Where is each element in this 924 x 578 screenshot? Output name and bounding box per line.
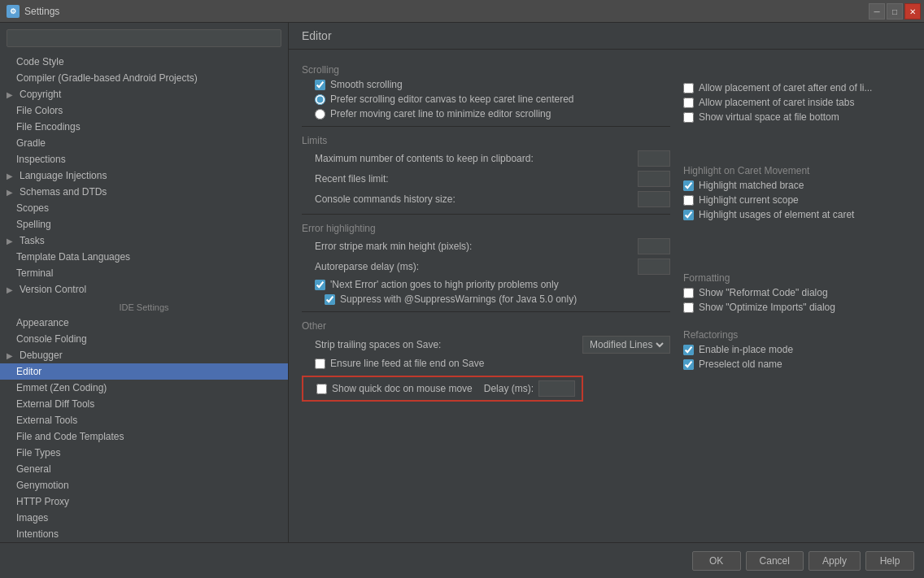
next-error-checkbox[interactable] (315, 280, 325, 290)
sidebar-item-file-types[interactable]: File Types (0, 445, 288, 461)
highlight-scope-label: Highlight current scope (699, 194, 799, 206)
maximize-button[interactable]: □ (887, 3, 903, 20)
ide-settings-header: IDE Settings (0, 298, 288, 315)
sidebar-item-copyright[interactable]: ▶ Copyright (0, 86, 288, 102)
sidebar-item-label: Compiler (Gradle-based Android Projects) (16, 72, 198, 84)
sidebar-item-label: Tasks (20, 235, 45, 246)
highlight-brace-row: Highlight matched brace (683, 180, 911, 191)
prefer-moving-radio[interactable] (315, 109, 325, 120)
quick-doc-checkbox[interactable] (316, 384, 327, 394)
apply-button[interactable]: Apply (808, 551, 861, 571)
sidebar-item-scopes[interactable]: Scopes (0, 200, 288, 216)
ensure-line-feed-checkbox[interactable] (315, 359, 325, 369)
autoreparse-label: Autoreparse delay (ms): (315, 261, 631, 272)
enable-inplace-checkbox[interactable] (683, 345, 694, 355)
sidebar-item-gradle[interactable]: Gradle (0, 135, 288, 151)
sidebar-item-terminal[interactable]: Terminal (0, 265, 288, 281)
sidebar-item-code-style[interactable]: Code Style (0, 54, 288, 70)
close-button[interactable]: ✕ (904, 3, 921, 20)
highlight-brace-checkbox[interactable] (683, 180, 694, 191)
show-reformat-row: Show "Reformat Code" dialog (683, 287, 911, 298)
prefer-moving-label: Prefer moving caret line to minimize edi… (330, 108, 551, 120)
content-area: Editor Scrolling Smooth scrolling Prefer… (289, 23, 924, 542)
sidebar-item-version-control[interactable]: ▶ Version Control (0, 281, 288, 298)
sidebar-item-file-colors[interactable]: File Colors (0, 102, 288, 119)
show-optimize-checkbox[interactable] (683, 302, 694, 313)
sidebar-item-genymotion[interactable]: Genymotion (0, 477, 288, 493)
preselect-old-label: Preselect old name (699, 359, 782, 370)
bottom-bar: OK Cancel Apply Help (0, 542, 924, 578)
sidebar-item-label: Schemas and DTDs (20, 186, 107, 198)
show-reformat-label: Show "Reformat Code" dialog (699, 287, 828, 298)
highlight-usages-label: Highlight usages of element at caret (699, 209, 854, 220)
sidebar-item-tasks[interactable]: ▶ Tasks (0, 233, 288, 249)
ensure-line-feed-row: Ensure line feed at file end on Save (302, 358, 670, 369)
highlight-usages-checkbox[interactable] (683, 210, 694, 220)
sidebar-item-general[interactable]: General (0, 461, 288, 477)
sidebar-item-label: File Colors (16, 105, 63, 116)
prefer-scrolling-radio[interactable] (315, 94, 325, 105)
suppress-warnings-label: Suppress with @SuppressWarnings (for Jav… (340, 293, 577, 305)
sidebar-item-compiler[interactable]: Compiler (Gradle-based Android Projects) (0, 70, 288, 86)
autoreparse-input[interactable]: 300 (638, 259, 670, 275)
arrow-icon: ▶ (7, 237, 16, 246)
next-error-label: 'Next Error' action goes to high priorit… (330, 279, 559, 290)
sidebar-item-spelling[interactable]: Spelling (0, 216, 288, 233)
error-section-title: Error highlighting (302, 223, 670, 234)
content-header: Editor (289, 23, 924, 50)
sidebar-item-intentions[interactable]: Intentions (0, 526, 288, 542)
console-history-row: Console commands history size: 300 (302, 191, 670, 207)
error-stripe-row: Error stripe mark min height (pixels): 3 (302, 238, 670, 254)
console-history-input[interactable]: 300 (638, 191, 670, 207)
divider-2 (302, 214, 670, 215)
smooth-scrolling-checkbox[interactable] (315, 80, 325, 90)
allow-placement-tabs-label: Allow placement of caret inside tabs (699, 97, 854, 108)
recent-files-input[interactable]: 50 (638, 171, 670, 187)
sidebar-item-label: Language Injections (20, 170, 107, 181)
search-input[interactable] (7, 29, 281, 47)
cancel-button[interactable]: Cancel (746, 551, 804, 571)
error-stripe-input[interactable]: 3 (638, 238, 670, 254)
smooth-scrolling-row: Smooth scrolling (302, 79, 670, 90)
sidebar-item-label: External Tools (16, 415, 77, 426)
sidebar-item-language-injections[interactable]: ▶ Language Injections (0, 167, 288, 184)
sidebar-item-http-proxy[interactable]: HTTP Proxy (0, 493, 288, 510)
sidebar-item-label: Intentions (16, 528, 59, 540)
sidebar-item-label: Gradle (16, 137, 46, 149)
sidebar-item-images[interactable]: Images (0, 510, 288, 526)
allow-placement-end-checkbox[interactable] (683, 83, 694, 93)
sidebar-item-appearance[interactable]: Appearance (0, 315, 288, 331)
content-title: Editor (302, 29, 332, 42)
show-virtual-space-checkbox[interactable] (683, 112, 694, 123)
strip-trailing-select[interactable]: Modified Lines All None (586, 338, 666, 351)
delay-input[interactable]: 500 (538, 380, 575, 397)
sidebar-item-editor[interactable]: Editor (0, 363, 288, 380)
title-bar: ⚙ Settings ─ □ ✕ (0, 0, 924, 23)
minimize-button[interactable]: ─ (869, 3, 885, 20)
app-icon: ⚙ (7, 5, 20, 18)
allow-placement-tabs-checkbox[interactable] (683, 98, 694, 108)
ok-button[interactable]: OK (692, 551, 741, 571)
suppress-warnings-row: Suppress with @SuppressWarnings (for Jav… (302, 293, 670, 305)
sidebar-item-schemas[interactable]: ▶ Schemas and DTDs (0, 184, 288, 200)
suppress-warnings-checkbox[interactable] (325, 294, 335, 305)
max-contents-label: Maximum number of contents to keep in cl… (315, 153, 631, 164)
sidebar-item-emmet[interactable]: Emmet (Zen Coding) (0, 380, 288, 396)
arrow-icon: ▶ (7, 90, 16, 99)
help-button[interactable]: Help (865, 551, 914, 571)
arrow-icon: ▶ (7, 188, 16, 197)
sidebar-item-debugger[interactable]: ▶ Debugger (0, 347, 288, 363)
sidebar-item-console-folding[interactable]: Console Folding (0, 331, 288, 347)
sidebar-item-file-encodings[interactable]: File Encodings (0, 119, 288, 135)
prefer-scrolling-row: Prefer scrolling editor canvas to keep c… (302, 93, 670, 105)
preselect-old-checkbox[interactable] (683, 359, 694, 370)
sidebar-item-inspections[interactable]: Inspections (0, 151, 288, 167)
sidebar-item-external-diff[interactable]: External Diff Tools (0, 396, 288, 412)
max-contents-input[interactable]: 5 (638, 150, 670, 167)
sidebar-item-external-tools[interactable]: External Tools (0, 412, 288, 428)
sidebar-item-file-code-templates[interactable]: File and Code Templates (0, 428, 288, 445)
sidebar-item-template-data[interactable]: Template Data Languages (0, 249, 288, 265)
sidebar-item-label: Debugger (20, 350, 63, 361)
show-reformat-checkbox[interactable] (683, 288, 694, 298)
highlight-scope-checkbox[interactable] (683, 195, 694, 206)
